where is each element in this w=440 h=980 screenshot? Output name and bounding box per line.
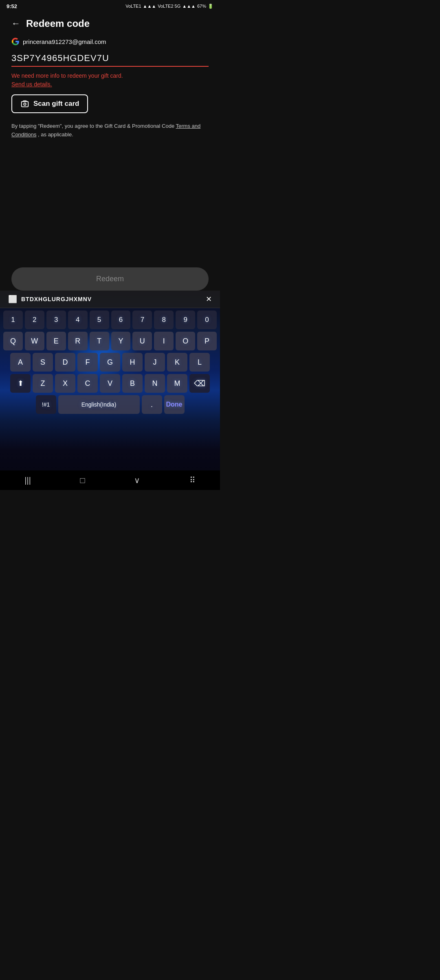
bottom-row: !#1 English(India) . Done [3, 395, 217, 414]
key-3[interactable]: 3 [46, 311, 66, 329]
keyboard-section: 1 2 3 4 5 6 7 8 9 0 Q W E R T Y U I O P … [0, 308, 220, 419]
key-2[interactable]: 2 [25, 311, 44, 329]
key-6[interactable]: 6 [111, 311, 131, 329]
redeem-button[interactable]: Redeem [11, 267, 209, 291]
clipboard-content: ⬜ BTDXHGLURGJHXMNV [8, 295, 92, 304]
key-p[interactable]: P [197, 332, 217, 350]
code-input[interactable] [11, 53, 209, 63]
key-e[interactable]: E [46, 332, 66, 350]
key-d[interactable]: D [55, 353, 75, 372]
nav-recents-icon[interactable]: ||| [24, 476, 31, 485]
battery-bar: 🔋 [208, 4, 213, 9]
terms-suffix: , as applicable. [38, 131, 73, 138]
back-button[interactable]: ← [11, 18, 20, 29]
key-i[interactable]: I [154, 332, 174, 350]
nav-back-icon[interactable]: ∨ [134, 475, 140, 485]
clipboard-text[interactable]: BTDXHGLURGJHXMNV [21, 296, 92, 302]
key-7[interactable]: 7 [132, 311, 152, 329]
key-x[interactable]: X [55, 374, 75, 393]
sim2-icon: VoLTE2 5G [158, 4, 180, 9]
redeem-button-container: Redeem [0, 267, 220, 291]
key-b[interactable]: B [122, 374, 143, 393]
page-title: Redeem code [26, 18, 90, 29]
battery-icon: 67% [197, 4, 206, 9]
key-y[interactable]: Y [111, 332, 131, 350]
key-t[interactable]: T [90, 332, 109, 350]
error-text: We need more info to redeem your gift ca… [11, 72, 123, 79]
key-o[interactable]: O [176, 332, 195, 350]
status-icons: VoLTE1 ▲▲▲ VoLTE2 5G ▲▲▲ 67% 🔋 [125, 4, 213, 9]
key-m[interactable]: M [167, 374, 187, 393]
key-z[interactable]: Z [33, 374, 53, 393]
keyboard-area: ⬜ BTDXHGLURGJHXMNV ✕ 1 2 3 4 5 6 7 8 9 0… [0, 291, 220, 490]
scan-gift-card-button[interactable]: Scan gift card [11, 94, 88, 113]
scan-button-label: Scan gift card [33, 100, 79, 108]
key-h[interactable]: H [122, 353, 143, 372]
bottom-nav: ||| □ ∨ ⠿ [0, 470, 220, 490]
shift-key[interactable]: ⬆ [10, 374, 31, 393]
status-time: 9:52 [7, 3, 17, 9]
svg-point-1 [24, 103, 26, 105]
status-bar: 9:52 VoLTE1 ▲▲▲ VoLTE2 5G ▲▲▲ 67% 🔋 [0, 0, 220, 11]
backspace-key[interactable]: ⌫ [189, 374, 210, 393]
key-8[interactable]: 8 [154, 311, 174, 329]
key-j[interactable]: J [145, 353, 165, 372]
key-5[interactable]: 5 [90, 311, 109, 329]
key-a[interactable]: A [10, 353, 31, 372]
done-key[interactable]: Done [164, 395, 185, 414]
terms-prefix: By tapping "Redeem", you agree to the Gi… [11, 123, 176, 129]
asdf-row: A S D F G H J K L [3, 353, 217, 372]
key-c[interactable]: C [77, 374, 98, 393]
clipboard-bar: ⬜ BTDXHGLURGJHXMNV ✕ [0, 291, 220, 308]
send-details-link[interactable]: Send us details. [11, 81, 52, 88]
main-content: ← Redeem code princerana912273@gmail.com… [0, 11, 220, 139]
nav-apps-icon[interactable]: ⠿ [189, 475, 196, 485]
space-key[interactable]: English(India) [58, 395, 140, 414]
account-row: princerana912273@gmail.com [11, 37, 209, 46]
code-input-container [11, 53, 209, 67]
sim1-icon: VoLTE1 [125, 4, 141, 9]
svg-rect-0 [22, 102, 29, 107]
signal1-icon: ▲▲▲ [143, 4, 156, 9]
key-s[interactable]: S [33, 353, 53, 372]
error-message: We need more info to redeem your gift ca… [11, 72, 209, 89]
header: ← Redeem code [11, 11, 209, 37]
clipboard-icon: ⬜ [8, 295, 17, 304]
qwerty-row: Q W E R T Y U I O P [3, 332, 217, 350]
account-email: princerana912273@gmail.com [23, 38, 106, 45]
key-q[interactable]: Q [3, 332, 23, 350]
key-g[interactable]: G [100, 353, 120, 372]
key-l[interactable]: L [189, 353, 210, 372]
clipboard-close-button[interactable]: ✕ [206, 295, 212, 304]
number-row: 1 2 3 4 5 6 7 8 9 0 [3, 311, 217, 329]
zxcv-row: ⬆ Z X C V B N M ⌫ [3, 374, 217, 393]
terms-text: By tapping "Redeem", you agree to the Gi… [11, 122, 209, 139]
key-v[interactable]: V [100, 374, 120, 393]
google-logo [11, 37, 20, 46]
key-4[interactable]: 4 [68, 311, 88, 329]
nav-home-icon[interactable]: □ [80, 476, 85, 485]
key-0[interactable]: 0 [197, 311, 217, 329]
key-f[interactable]: F [77, 353, 98, 372]
symbols-key[interactable]: !#1 [36, 395, 56, 414]
key-9[interactable]: 9 [176, 311, 195, 329]
key-r[interactable]: R [68, 332, 88, 350]
signal2-icon: ▲▲▲ [182, 4, 196, 9]
period-key[interactable]: . [142, 395, 162, 414]
key-w[interactable]: W [25, 332, 44, 350]
camera-icon [20, 99, 29, 108]
key-k[interactable]: K [167, 353, 187, 372]
key-u[interactable]: U [132, 332, 152, 350]
key-1[interactable]: 1 [3, 311, 23, 329]
key-n[interactable]: N [145, 374, 165, 393]
